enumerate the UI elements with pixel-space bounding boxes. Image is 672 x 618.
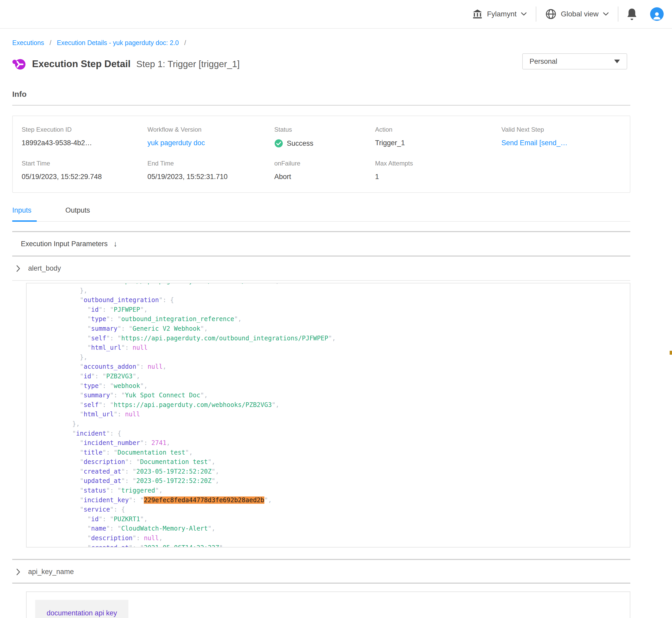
tab-inputs[interactable]: Inputs: [12, 206, 49, 221]
tab-outputs[interactable]: Outputs: [65, 206, 102, 221]
info-divider: [12, 105, 630, 106]
view-menu-label: Global view: [561, 10, 599, 18]
page-subtitle: Step 1: Trigger [trigger_1]: [136, 59, 240, 69]
breadcrumb-separator: /: [184, 39, 186, 46]
expander-label: api_key_name: [28, 568, 74, 576]
page-title: Execution Step Detail: [32, 59, 131, 70]
notifications-button[interactable]: [618, 8, 646, 20]
main-content: Executions / Execution Details - yuk pag…: [0, 39, 672, 618]
expander-api-key-name[interactable]: api_key_name: [12, 560, 630, 583]
field-action: Action Trigger_1: [375, 126, 501, 148]
execution-input-parameters-header: Execution Input Parameters ↓: [12, 232, 630, 256]
field-end-time: End Time 05/19/2023, 15:52:31.710: [148, 160, 274, 181]
scope-selector-value: Personal: [529, 58, 558, 66]
user-avatar[interactable]: [650, 7, 664, 21]
breadcrumb-execution-details[interactable]: Execution Details - yuk pagerduty doc: 2…: [57, 39, 179, 46]
find-highlight-scrollbar-marker: [670, 351, 672, 355]
scope-selector[interactable]: Personal: [522, 54, 627, 70]
topbar: Fylamynt Global view: [0, 0, 672, 29]
workflow-link[interactable]: yuk pagerduty doc: [148, 139, 205, 147]
success-check-icon: [274, 139, 283, 148]
alert-body-code-panel[interactable]: "self": "https://api.pagerduty.com/servi…: [26, 283, 630, 547]
chevron-right-icon: [16, 265, 20, 272]
info-section-title: Info: [12, 90, 630, 99]
arrow-down-icon[interactable]: ↓: [113, 239, 117, 248]
field-max-attempts: Max Attempts 1: [375, 160, 501, 181]
field-onfailure: onFailure Abort: [274, 160, 375, 181]
globe-icon: [545, 8, 557, 20]
page-header: Execution Step Detail Step 1: Trigger [t…: [12, 55, 630, 74]
caret-down-icon: [614, 60, 620, 63]
status-badge: Success: [287, 139, 313, 147]
params-header-label: Execution Input Parameters: [21, 240, 107, 248]
chevron-right-icon: [16, 568, 20, 576]
api-key-name-panel: documentation api key: [26, 592, 630, 618]
info-card: Step Execution ID 18992a43-9538-4b2… Wor…: [12, 115, 630, 193]
bell-icon: [626, 8, 638, 20]
section-divider: [12, 583, 630, 584]
field-start-time: Start Time 05/19/2023, 15:52:29.748: [22, 160, 148, 181]
execution-logo-icon: [12, 57, 26, 71]
view-menu[interactable]: Global view: [536, 8, 618, 20]
chevron-down-icon: [603, 12, 609, 16]
breadcrumb-executions[interactable]: Executions: [12, 39, 44, 46]
field-step-execution-id: Step Execution ID 18992a43-9538-4b2…: [22, 126, 148, 148]
json-code: "self": "https://api.pagerduty.com/servi…: [26, 283, 630, 547]
org-menu-label: Fylamynt: [487, 10, 517, 18]
breadcrumb: Executions / Execution Details - yuk pag…: [12, 39, 630, 46]
field-valid-next-step: Valid Next Step Send Email [send_…: [501, 126, 621, 148]
expander-label: alert_body: [28, 265, 61, 273]
field-status: Status Success: [274, 126, 375, 148]
next-step-link[interactable]: Send Email [send_…: [501, 139, 568, 147]
breadcrumb-separator: /: [50, 39, 51, 46]
field-workflow-version: Workflow & Version yuk pagerduty doc: [148, 126, 274, 148]
expander-alert-body[interactable]: alert_body: [12, 256, 630, 281]
bank-icon: [472, 9, 483, 19]
tab-bar: Inputs Outputs: [12, 206, 630, 222]
api-key-chip[interactable]: documentation api key: [35, 600, 129, 618]
org-menu[interactable]: Fylamynt: [463, 9, 536, 19]
chevron-down-icon: [521, 12, 527, 16]
field-empty: [501, 160, 621, 181]
